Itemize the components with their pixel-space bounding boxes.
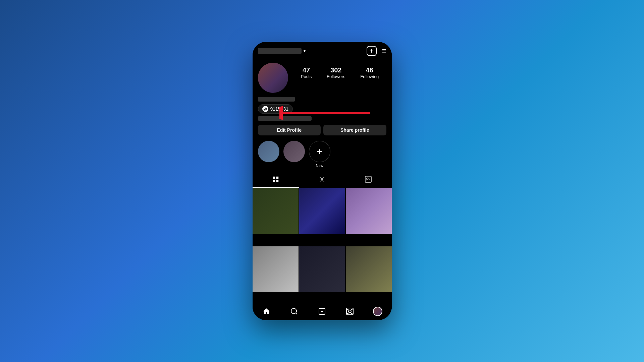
search-icon bbox=[290, 307, 298, 315]
nav-reels[interactable] bbox=[336, 307, 364, 316]
highlights: + New bbox=[258, 141, 386, 168]
svg-rect-0 bbox=[273, 177, 275, 179]
svg-point-9 bbox=[323, 181, 324, 182]
threads-id: 9115131 bbox=[270, 106, 289, 112]
following-count: 46 bbox=[366, 66, 373, 74]
tab-grid[interactable] bbox=[253, 172, 299, 188]
header: ▾ + ≡ bbox=[253, 42, 392, 60]
header-username-area[interactable]: ▾ bbox=[258, 48, 306, 54]
svg-point-18 bbox=[347, 313, 348, 314]
post-item-6[interactable] bbox=[346, 246, 392, 292]
followers-stat[interactable]: 302 Followers bbox=[327, 66, 345, 79]
phone-container: ▾ + ≡ 47 Posts bbox=[253, 42, 392, 320]
svg-point-6 bbox=[320, 177, 321, 178]
highlight-circle-2 bbox=[283, 141, 305, 162]
nav-profile-avatar bbox=[373, 307, 382, 316]
username-bar bbox=[258, 48, 302, 54]
following-stat[interactable]: 46 Following bbox=[360, 66, 379, 79]
profile-name-bar bbox=[258, 97, 295, 102]
tab-tagged[interactable] bbox=[345, 172, 391, 188]
highlight-item-2[interactable] bbox=[283, 141, 305, 168]
reels-icon bbox=[318, 176, 326, 183]
avatar-image bbox=[258, 63, 288, 93]
phone-screen: ▾ + ≡ 47 Posts bbox=[253, 42, 392, 320]
grid-icon bbox=[272, 176, 279, 183]
svg-point-16 bbox=[347, 309, 348, 310]
threads-icon: @ bbox=[262, 106, 268, 112]
posts-count: 47 bbox=[303, 66, 310, 74]
svg-point-7 bbox=[323, 177, 324, 178]
create-icon bbox=[318, 307, 326, 315]
reels-nav-icon bbox=[346, 307, 354, 315]
svg-point-15 bbox=[348, 310, 351, 313]
home-icon bbox=[262, 307, 270, 315]
highlight-new-circle: + bbox=[309, 141, 330, 162]
profile-buttons: Edit Profile Share profile bbox=[258, 125, 386, 135]
avatar[interactable] bbox=[258, 63, 288, 93]
content-tabs bbox=[253, 172, 392, 188]
svg-point-5 bbox=[321, 178, 323, 180]
svg-point-17 bbox=[352, 309, 352, 310]
post-item-5[interactable] bbox=[299, 246, 345, 292]
stats-row: 47 Posts 302 Followers 46 Following bbox=[293, 63, 386, 79]
following-label: Following bbox=[360, 74, 379, 79]
header-icons: + ≡ bbox=[367, 46, 386, 56]
chevron-down-icon[interactable]: ▾ bbox=[304, 49, 306, 53]
nav-search[interactable] bbox=[280, 307, 308, 316]
posts-grid bbox=[253, 188, 392, 304]
svg-rect-2 bbox=[273, 180, 275, 182]
svg-rect-1 bbox=[276, 177, 278, 179]
followers-label: Followers bbox=[327, 74, 345, 79]
nav-profile[interactable] bbox=[364, 307, 392, 316]
post-item-3[interactable] bbox=[346, 188, 392, 234]
bottom-nav bbox=[253, 304, 392, 320]
nav-home[interactable] bbox=[253, 307, 280, 316]
profile-bio-bar bbox=[258, 116, 312, 121]
post-item-2[interactable] bbox=[299, 188, 345, 234]
post-item-1[interactable] bbox=[253, 188, 299, 234]
edit-profile-button[interactable]: Edit Profile bbox=[258, 125, 321, 135]
svg-point-12 bbox=[291, 308, 297, 314]
posts-label: Posts bbox=[301, 74, 312, 79]
tab-reels[interactable] bbox=[299, 172, 345, 188]
posts-stat[interactable]: 47 Posts bbox=[301, 66, 312, 79]
threads-badge[interactable]: @ 9115131 bbox=[258, 104, 293, 114]
highlight-new-item[interactable]: + New bbox=[309, 141, 330, 168]
profile-section: 47 Posts 302 Followers 46 Following bbox=[253, 60, 392, 172]
tagged-icon bbox=[365, 176, 372, 183]
svg-rect-3 bbox=[276, 180, 278, 182]
post-item-4[interactable] bbox=[253, 246, 299, 292]
profile-top: 47 Posts 302 Followers 46 Following bbox=[258, 63, 386, 93]
followers-count: 302 bbox=[330, 66, 341, 74]
highlight-item-1[interactable] bbox=[258, 141, 279, 168]
add-post-button[interactable]: + bbox=[367, 46, 377, 56]
nav-create[interactable] bbox=[308, 307, 336, 316]
highlight-new-label: New bbox=[316, 164, 323, 168]
plus-icon: + bbox=[370, 47, 374, 55]
share-profile-button[interactable]: Share profile bbox=[323, 125, 386, 135]
svg-point-8 bbox=[320, 181, 321, 182]
menu-icon[interactable]: ≡ bbox=[382, 47, 386, 55]
highlight-circle-1 bbox=[258, 141, 279, 162]
svg-point-19 bbox=[352, 313, 352, 314]
svg-point-11 bbox=[367, 178, 369, 180]
